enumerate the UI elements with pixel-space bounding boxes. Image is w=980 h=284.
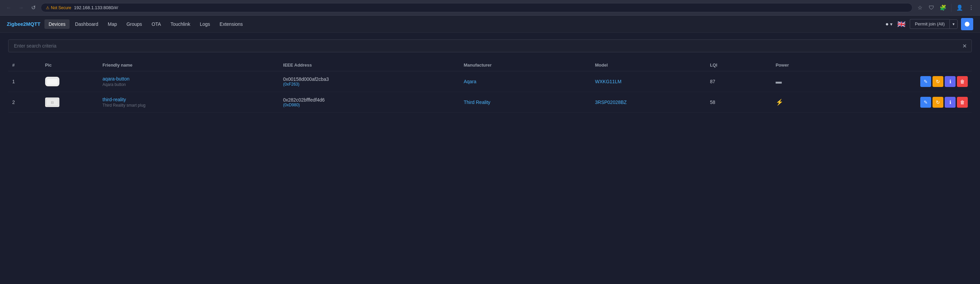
refresh-button-2[interactable]: ↻: [932, 97, 943, 108]
row-2-actions: ✎ ↻ ℹ 🗑: [837, 92, 972, 113]
refresh-icon: ↻: [936, 99, 940, 105]
model-link-1[interactable]: WXKG11LM: [595, 79, 622, 84]
action-buttons-1: ✎ ↻ ℹ 🗑: [841, 76, 968, 87]
col-header-power: Power: [772, 59, 837, 71]
divider: [951, 4, 951, 12]
col-header-model: Model: [591, 59, 706, 71]
close-icon: ✕: [963, 43, 967, 49]
menu-icon-btn[interactable]: ⋮: [966, 3, 976, 13]
search-container: ✕: [8, 40, 972, 52]
nav-item-touchlink[interactable]: Touchlink: [166, 19, 194, 29]
row-2-ieee: 0x282c02bfffedf4d6 (0xD980): [279, 92, 460, 113]
row-2-name: third-reality Third Reality smart plug: [99, 92, 279, 113]
delete-button-2[interactable]: 🗑: [957, 97, 968, 108]
row-1-power: ▬: [772, 71, 837, 92]
profile-icon: 👤: [956, 5, 963, 11]
reload-button[interactable]: ↺: [29, 3, 38, 13]
row-1-lqi: 87: [706, 71, 772, 92]
col-header-lqi: LQI: [706, 59, 772, 71]
nav-item-extensions[interactable]: Extensions: [215, 19, 247, 29]
profile-icon-btn[interactable]: 👤: [955, 3, 964, 13]
permit-join-toggle[interactable]: [961, 18, 973, 30]
edit-icon: ✎: [924, 99, 928, 105]
forward-button[interactable]: →: [16, 3, 26, 13]
shield-icon-btn[interactable]: 🛡: [927, 3, 936, 13]
info-button-1[interactable]: ℹ: [945, 76, 956, 87]
manufacturer-link-2[interactable]: Third Reality: [463, 99, 490, 105]
extensions-icon-btn[interactable]: 🧩: [938, 3, 948, 13]
device-name-link-1[interactable]: aqara-button: [102, 76, 129, 81]
permit-join-button[interactable]: Permit join (All): [910, 19, 950, 29]
delete-icon: 🗑: [960, 79, 965, 84]
table-body: 1 aqara-button Aqara button 0x00158d000a…: [8, 71, 972, 113]
nav-brand[interactable]: Zigbee2MQTT: [7, 21, 40, 27]
forward-icon: →: [18, 5, 24, 11]
device-name-link-2[interactable]: third-reality: [102, 97, 126, 102]
devices-table: # Pic Friendly name IEEE Address Manufac…: [8, 59, 972, 113]
power-battery-icon: ▬: [776, 78, 782, 85]
ieee-main-1: 0x00158d000af2cba3: [283, 77, 455, 82]
table-row: 1 aqara-button Aqara button 0x00158d000a…: [8, 71, 972, 92]
row-1-ieee: 0x00158d000af2cba3 (0xF263): [279, 71, 460, 92]
star-button[interactable]: ☆: [915, 3, 925, 13]
refresh-icon: ↻: [936, 79, 940, 84]
col-header-pic: Pic: [41, 59, 99, 71]
reload-icon: ↺: [31, 5, 36, 11]
col-header-name: Friendly name: [99, 59, 279, 71]
device-subname-2: Third Reality smart plug: [102, 103, 275, 108]
search-input[interactable]: [8, 40, 972, 52]
url-text: 192.168.1.133:8080/#/: [74, 5, 118, 10]
language-flag[interactable]: 🇬🇧: [897, 20, 906, 28]
search-clear-button[interactable]: ✕: [960, 42, 969, 50]
settings-menu[interactable]: ● ▾: [882, 19, 896, 29]
button-shape-icon: [46, 78, 58, 85]
nav-item-logs[interactable]: Logs: [196, 19, 214, 29]
back-button[interactable]: ←: [4, 3, 14, 13]
settings-chevron: ▾: [890, 21, 892, 27]
row-1-index: 1: [8, 71, 41, 92]
row-2-pic: [41, 92, 99, 113]
info-icon: ℹ: [950, 99, 951, 105]
row-2-power: ⚡: [772, 92, 837, 113]
info-button-2[interactable]: ℹ: [945, 97, 956, 108]
device-image-2: [45, 97, 59, 107]
edit-button-1[interactable]: ✎: [920, 76, 931, 87]
refresh-button-1[interactable]: ↻: [932, 76, 943, 87]
nav-item-map[interactable]: Map: [103, 19, 121, 29]
row-1-model: WXKG11LM: [591, 71, 706, 92]
col-header-actions: [837, 59, 972, 71]
toggle-circle: [965, 22, 969, 27]
row-2-lqi: 58: [706, 92, 772, 113]
delete-button-1[interactable]: 🗑: [957, 76, 968, 87]
ieee-short-2: (0xD980): [283, 102, 455, 107]
nav-item-devices[interactable]: Devices: [45, 19, 70, 29]
lqi-value-2: 58: [710, 99, 715, 105]
nav-item-ota[interactable]: OTA: [148, 19, 165, 29]
nav-item-groups[interactable]: Groups: [123, 19, 146, 29]
lqi-value-1: 87: [710, 79, 715, 84]
nav-item-dashboard[interactable]: Dashboard: [71, 19, 102, 29]
edit-button-2[interactable]: ✎: [920, 97, 931, 108]
device-image-1: [45, 77, 59, 86]
col-header-ieee: IEEE Address: [279, 59, 460, 71]
action-buttons-2: ✎ ↻ ℹ 🗑: [841, 97, 968, 108]
shield-icon: 🛡: [929, 5, 934, 11]
main-content: ✕ # Pic Friendly name IEEE Address Manuf…: [0, 33, 980, 120]
star-icon: ☆: [918, 5, 922, 11]
info-icon: ℹ: [950, 79, 951, 84]
row-1-pic: [41, 71, 99, 92]
row-1-actions: ✎ ↻ ℹ 🗑: [837, 71, 972, 92]
address-bar[interactable]: ⚠ Not Secure 192.168.1.133:8080/#/: [41, 3, 912, 12]
not-secure-label: Not Secure: [51, 5, 71, 10]
permit-join-dropdown[interactable]: ▾: [950, 19, 958, 29]
permit-join-control: Permit join (All) ▾: [910, 19, 958, 29]
col-header-index: #: [8, 59, 41, 71]
plug-shape-icon: [46, 99, 58, 106]
row-2-index: 2: [8, 92, 41, 113]
manufacturer-link-1[interactable]: Aqara: [463, 79, 476, 84]
model-link-2[interactable]: 3RSP02028BZ: [595, 99, 627, 105]
power-plug-icon: ⚡: [776, 99, 783, 106]
menu-icon: ⋮: [969, 5, 974, 11]
app-nav: Zigbee2MQTT Devices Dashboard Map Groups…: [0, 16, 980, 33]
table-header: # Pic Friendly name IEEE Address Manufac…: [8, 59, 972, 71]
